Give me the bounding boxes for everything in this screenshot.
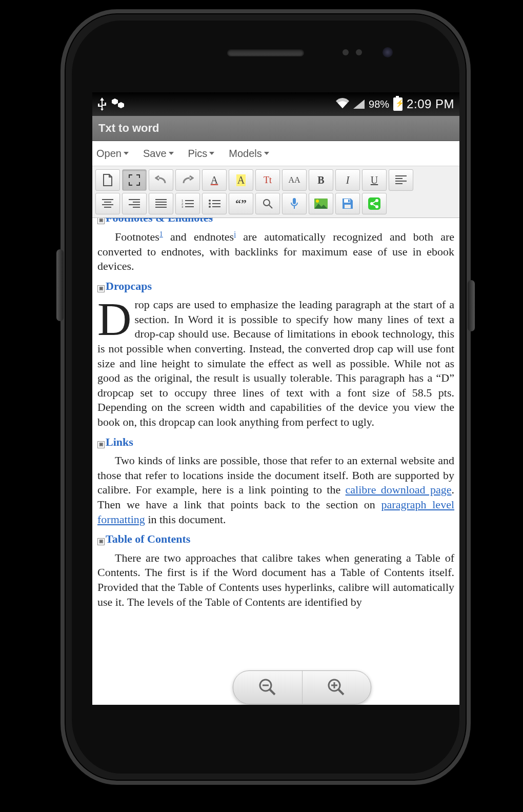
save-disk-button[interactable]	[335, 193, 360, 214]
signal-icon	[353, 100, 365, 109]
highlight-button[interactable]: A	[229, 169, 253, 191]
clock: 2:09 PM	[407, 97, 454, 111]
mic-button[interactable]	[282, 193, 307, 214]
new-doc-button[interactable]	[95, 169, 120, 191]
volume-button	[56, 249, 64, 321]
italic-button[interactable]: I	[335, 169, 360, 191]
zoom-in-button[interactable]	[303, 671, 371, 704]
svg-point-26	[209, 203, 211, 205]
menu-pics[interactable]: Pics	[188, 148, 215, 160]
underline-button[interactable]: U	[362, 169, 387, 191]
search-button[interactable]	[255, 193, 280, 214]
font-family-button[interactable]: AA	[282, 169, 307, 191]
text-color-button[interactable]: A	[202, 169, 227, 191]
section-heading-toc: ▣Table of Contents	[97, 532, 454, 547]
paragraph: There are two approaches that calibre ta…	[97, 551, 454, 609]
svg-point-27	[209, 206, 211, 208]
svg-line-50	[338, 689, 344, 695]
font-size-button[interactable]: Tt	[255, 169, 280, 191]
svg-text:3: 3	[182, 205, 184, 208]
svg-point-31	[264, 200, 270, 206]
blockquote-button[interactable]: “”	[229, 193, 253, 214]
menu-models[interactable]: Models	[229, 148, 269, 160]
zoom-control	[233, 670, 371, 704]
toc-mark-icon: ▣	[97, 441, 105, 448]
menu-save[interactable]: Save	[143, 148, 174, 160]
menubar: Open Save Pics Models	[92, 141, 459, 166]
sensor-dot	[356, 49, 362, 55]
section-heading-cut: ▣Footnotes & Endnotes	[97, 218, 454, 226]
align-left-button[interactable]	[389, 169, 413, 191]
toc-mark-icon: ▣	[97, 285, 105, 292]
toolbar: A A Tt AA B I	[92, 166, 459, 218]
svg-line-32	[269, 205, 272, 208]
svg-point-36	[316, 200, 319, 203]
app-titlebar: Txt to word	[92, 116, 459, 141]
align-center-button[interactable]	[95, 193, 120, 214]
menu-open[interactable]: Open	[96, 148, 129, 160]
svg-rect-33	[293, 198, 296, 204]
align-right-button[interactable]	[122, 193, 147, 214]
wifi-icon	[336, 97, 349, 111]
redo-button[interactable]	[175, 169, 200, 191]
paragraph-dropcap: Drop caps are used to emphasize the lead…	[97, 298, 454, 429]
zoom-out-button[interactable]	[233, 671, 303, 704]
battery-charging-icon: ⚡	[393, 97, 403, 111]
usb-icon	[97, 97, 107, 111]
phone-bezel: 98% ⚡ 2:09 PM Txt to word Open Save Pics…	[72, 21, 459, 774]
bold-button[interactable]: B	[309, 169, 333, 191]
caret-down-icon	[209, 152, 214, 155]
caret-down-icon	[169, 152, 174, 155]
unordered-list-button[interactable]	[202, 193, 227, 214]
toc-mark-icon: ▣	[97, 218, 105, 224]
undo-button[interactable]	[149, 169, 173, 191]
paragraph: Two kinds of links are possible, those t…	[97, 453, 454, 527]
screen: 98% ⚡ 2:09 PM Txt to word Open Save Pics…	[92, 92, 459, 705]
share-button[interactable]	[362, 193, 387, 214]
section-heading-links: ▣Links	[97, 435, 454, 450]
svg-marker-1	[112, 98, 118, 105]
svg-line-47	[270, 689, 275, 695]
front-camera	[383, 47, 393, 57]
caret-down-icon	[124, 152, 129, 155]
phone-speaker	[227, 49, 304, 56]
svg-marker-0	[98, 97, 106, 111]
insert-image-button[interactable]	[309, 193, 333, 214]
align-justify-button[interactable]	[149, 193, 173, 214]
section-heading-dropcaps: ▣Dropcaps	[97, 279, 454, 294]
sensor-dot	[343, 49, 349, 55]
app-title: Txt to word	[98, 122, 159, 135]
svg-rect-39	[348, 200, 350, 202]
phone-frame: 98% ⚡ 2:09 PM Txt to word Open Save Pics…	[61, 9, 471, 785]
fullscreen-button[interactable]	[122, 169, 147, 191]
power-button	[468, 280, 475, 331]
caret-down-icon	[264, 152, 269, 155]
ordered-list-button[interactable]: 123	[175, 193, 200, 214]
svg-point-25	[209, 200, 211, 202]
paragraph: Footnotes1 and endnotesi are automatical…	[97, 230, 454, 274]
android-statusbar: 98% ⚡ 2:09 PM	[92, 92, 459, 116]
toc-mark-icon: ▣	[97, 538, 105, 545]
app-notif-icon	[112, 98, 124, 110]
link-calibre-download[interactable]: calibre download page	[346, 483, 452, 496]
document-view[interactable]: ▣Footnotes & Endnotes Footnotes1 and end…	[92, 218, 459, 705]
footnote-ref[interactable]: 1	[159, 230, 163, 238]
svg-rect-40	[368, 197, 380, 210]
dropcap-letter: D	[97, 298, 134, 338]
svg-marker-2	[118, 102, 124, 108]
battery-percent: 98%	[369, 98, 389, 110]
svg-rect-38	[345, 205, 351, 208]
